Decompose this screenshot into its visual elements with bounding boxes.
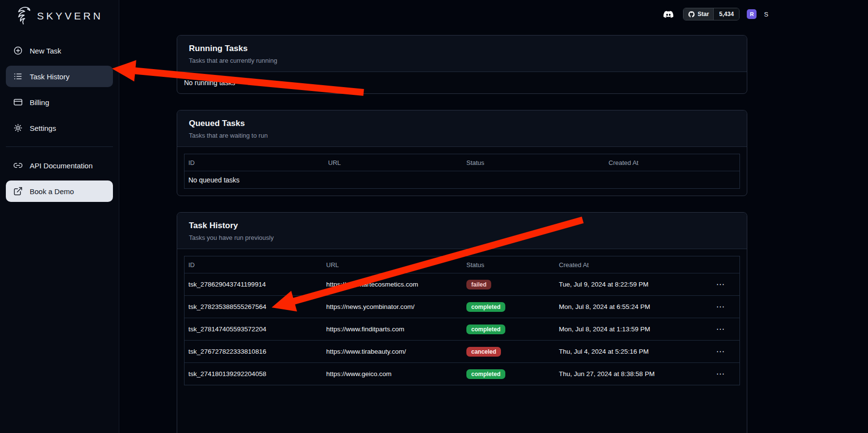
sidebar-item-label: API Documentation	[30, 162, 92, 170]
row-menu-button[interactable]: ⋯	[712, 301, 728, 313]
column-header-url: URL	[326, 261, 466, 269]
github-star-label: Star	[698, 11, 709, 18]
external-link-icon	[13, 186, 23, 196]
list-icon	[13, 72, 23, 81]
link-icon	[13, 161, 23, 170]
card-subtitle: Tasks that are currently running	[189, 57, 735, 64]
table-row[interactable]: tsk_274180139292204058 https://www.geico…	[185, 362, 739, 385]
github-star-count: 5,434	[713, 8, 739, 20]
task-created-cell: Thu, Jul 4, 2024 at 5:25:16 PM	[559, 348, 712, 355]
discord-icon	[662, 9, 675, 19]
column-header-id: ID	[185, 159, 328, 166]
task-id-cell: tsk_274180139292204058	[185, 370, 326, 378]
column-header-status: Status	[466, 159, 609, 166]
main-content: Running Tasks Tasks that are currently r…	[119, 0, 868, 433]
task-history-header: Task History Tasks you have run previous…	[177, 213, 747, 249]
queued-tasks-header: Queued Tasks Tasks that are waiting to r…	[177, 110, 747, 147]
running-tasks-card: Running Tasks Tasks that are currently r…	[177, 35, 747, 94]
task-created-cell: Tue, Jul 9, 2024 at 8:22:59 PM	[559, 281, 712, 288]
queued-tasks-empty: No queued tasks	[185, 171, 739, 188]
sidebar-item-label: Settings	[30, 124, 56, 132]
task-created-cell: Thu, Jun 27, 2024 at 8:38:58 PM	[559, 370, 712, 378]
card-subtitle: Tasks you have run previously	[189, 234, 735, 241]
sidebar-item-api-documentation[interactable]: API Documentation	[6, 155, 113, 176]
column-header-created-at: Created At	[609, 159, 739, 166]
github-icon	[688, 11, 695, 18]
row-menu-button[interactable]: ⋯	[712, 368, 728, 380]
card-title: Task History	[189, 221, 735, 231]
status-badge: completed	[466, 325, 505, 334]
sidebar-item-billing[interactable]: Billing	[6, 91, 113, 113]
table-header-row: ID URL Status Created At	[185, 154, 739, 171]
column-header-url: URL	[328, 159, 466, 166]
table-row[interactable]: tsk_278235388555267564 https://news.ycom…	[185, 295, 739, 318]
brand-logo[interactable]: SKYVERN	[0, 0, 119, 36]
task-url-cell: https://www.geico.com	[326, 370, 466, 378]
queued-tasks-table: ID URL Status Created At No queued tasks	[184, 154, 740, 189]
task-created-cell: Mon, Jul 8, 2024 at 1:13:59 PM	[559, 325, 712, 333]
running-tasks-empty: No running tasks	[177, 72, 747, 93]
table-row[interactable]: tsk_278629043741199914 https://www.tarte…	[185, 273, 739, 295]
status-badge: canceled	[466, 347, 501, 357]
queued-tasks-card: Queued Tasks Tasks that are waiting to r…	[177, 110, 747, 196]
card-title: Running Tasks	[189, 44, 735, 54]
row-menu-button[interactable]: ⋯	[712, 278, 728, 290]
card-subtitle: Tasks that are waiting to run	[189, 132, 735, 139]
sidebar-nav: New Task Task History Billing Settings	[0, 36, 119, 202]
column-header-created-at: Created At	[559, 261, 712, 269]
discord-button[interactable]	[662, 8, 676, 20]
sidebar-item-new-task[interactable]: New Task	[6, 40, 113, 61]
sidebar-item-label: Task History	[30, 72, 70, 81]
credit-card-icon	[13, 97, 23, 107]
avatar[interactable]: R	[747, 9, 757, 19]
task-id-cell: tsk_278235388555267564	[185, 303, 326, 310]
task-history-table: ID URL Status Created At tsk_27862904374…	[184, 256, 740, 385]
task-url-cell: https://www.tirabeauty.com/	[326, 348, 466, 355]
task-url-cell: https://news.ycombinator.com/	[326, 303, 466, 310]
sidebar-item-label: Billing	[30, 98, 49, 107]
sidebar-item-label: Book a Demo	[30, 187, 74, 196]
task-created-cell: Mon, Jul 8, 2024 at 6:55:24 PM	[559, 303, 712, 310]
row-menu-button[interactable]: ⋯	[712, 345, 728, 358]
running-tasks-header: Running Tasks Tasks that are currently r…	[177, 36, 747, 72]
status-badge: completed	[466, 369, 505, 379]
task-history-card: Task History Tasks you have run previous…	[177, 212, 747, 433]
card-title: Queued Tasks	[189, 119, 735, 128]
plus-circle-icon	[13, 46, 23, 55]
sidebar: SKYVERN New Task Task History Billing	[0, 0, 119, 433]
row-menu-button[interactable]: ⋯	[712, 323, 728, 335]
brand-name: SKYVERN	[37, 10, 103, 22]
sidebar-item-book-a-demo[interactable]: Book a Demo	[6, 180, 113, 202]
column-header-id: ID	[185, 261, 326, 269]
gear-icon	[13, 123, 23, 133]
skyvern-dragon-icon	[11, 5, 33, 27]
table-header-row: ID URL Status Created At	[185, 256, 739, 273]
sidebar-item-task-history[interactable]: Task History	[6, 66, 113, 87]
table-row[interactable]: tsk_276727822333810816 https://www.tirab…	[185, 340, 739, 362]
column-header-status: Status	[466, 261, 559, 269]
table-row[interactable]: tsk_278147405593572204 https://www.findi…	[185, 318, 739, 340]
sidebar-item-label: New Task	[30, 47, 61, 55]
task-id-cell: tsk_276727822333810816	[185, 348, 326, 355]
github-star-widget[interactable]: Star 5,434	[683, 8, 739, 20]
sidebar-divider	[6, 146, 113, 147]
task-id-cell: tsk_278147405593572204	[185, 325, 326, 333]
status-badge: completed	[466, 302, 505, 312]
task-url-cell: https://www.finditparts.com	[326, 325, 466, 333]
sidebar-item-settings[interactable]: Settings	[6, 117, 113, 139]
status-badge: failed	[466, 280, 491, 289]
task-id-cell: tsk_278629043741199914	[185, 281, 326, 288]
user-label: S	[764, 11, 768, 18]
topbar: Star 5,434 R S	[662, 8, 768, 20]
task-url-cell: https://www.tartecosmetics.com	[326, 281, 466, 288]
